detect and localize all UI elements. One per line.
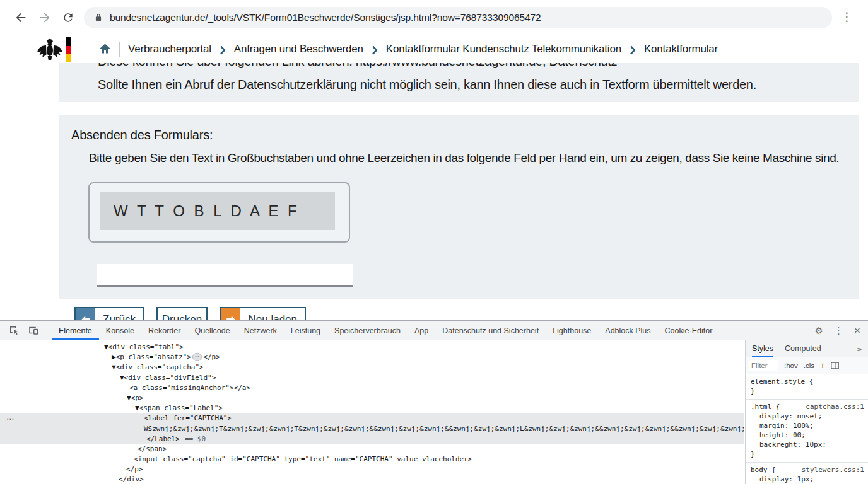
styles-panel: Styles Computed » :hov .cls + element.st… [745, 340, 868, 484]
tab-rekorder[interactable]: Rekorder [141, 321, 187, 340]
browser-menu-icon[interactable]: ⋮ [841, 9, 853, 23]
css-property[interactable]: margin: 100%; [751, 421, 864, 430]
address-bar[interactable] [84, 7, 832, 28]
dollar-zero-marker: == $0 [180, 435, 206, 443]
dom-node[interactable]: <input class="captcha" id="CAPTCHA" type… [0, 454, 744, 464]
dom-node[interactable]: </div> [0, 475, 744, 484]
clipped-notice-line: Diese können Sie über folgenden Link abr… [98, 63, 617, 69]
breadcrumb-item-kontaktformular[interactable]: Kontaktformular [644, 43, 718, 55]
dom-node[interactable]: </span> [0, 444, 744, 454]
tab-computed[interactable]: Computed [785, 340, 821, 357]
tab-speicherverbrauch[interactable]: Speicherverbrauch [327, 321, 408, 340]
print-button-label: Drucken [155, 308, 209, 320]
dom-node[interactable]: </p> [0, 464, 744, 475]
tab-quellcode[interactable]: Quellcode [187, 321, 237, 340]
captcha-input[interactable] [97, 264, 353, 287]
devtools-toolbar-right: ⚙ ⋮ × [815, 321, 860, 340]
css-rule-element-style: element.style { } [746, 374, 868, 400]
tab-styles[interactable]: Styles [752, 340, 773, 357]
federal-eagle-logo [36, 37, 64, 64]
more-tabs-icon[interactable]: » [857, 344, 862, 354]
elements-tree: ▼<div class="tabl"> ▶<p class="absatz">⋯… [0, 340, 744, 484]
dom-node-selected[interactable]: WSzwnj;&zwj;&zwnj;T&zwnj;&zwj;&zwnj;T&zw… [0, 424, 744, 434]
css-property[interactable]: display: 1px; [751, 475, 864, 484]
new-style-rule-icon[interactable]: + [820, 360, 825, 371]
gear-icon[interactable]: ⚙ [815, 325, 823, 337]
print-button[interactable]: Drucken [156, 307, 208, 320]
page-content: Diese können Sie über folgenden Link abr… [0, 63, 868, 320]
tab-konsole[interactable]: Konsole [99, 321, 141, 340]
dom-node[interactable]: ▼<span class="Label"> [0, 403, 744, 413]
inspect-element-icon[interactable] [8, 325, 20, 336]
browser-forward-button[interactable] [37, 10, 52, 25]
breadcrumb-item-verbraucherportal[interactable]: Verbraucherportal [128, 43, 211, 55]
browser-chrome: ⋮ [0, 0, 868, 35]
css-selector[interactable]: .html { [751, 403, 780, 411]
browser-back-button[interactable] [13, 10, 28, 25]
browser-reload-button[interactable] [61, 10, 76, 25]
dom-node[interactable]: ▼<div class="divField"> [0, 373, 744, 383]
chevron-right-icon [372, 44, 378, 55]
css-property[interactable]: backreght: 10px; [751, 440, 864, 449]
styles-filter-bar: :hov .cls + [746, 357, 868, 374]
devtools-body: ▼<div class="tabl"> ▶<p class="absatz">⋯… [0, 340, 868, 484]
forward-arrow-icon [38, 11, 52, 25]
privacy-notice-box: Diese können Sie über folgenden Link abr… [59, 63, 859, 102]
captcha-instruction: Bitte geben Sie den Text in Großbuchstab… [89, 151, 839, 165]
css-source-link[interactable]: stylewers.css:1 [802, 465, 864, 475]
header-separator [119, 42, 120, 57]
css-selector[interactable]: element.style { [751, 377, 813, 386]
css-property[interactable]: height: 00; [751, 430, 864, 440]
class-toggle[interactable]: .cls [804, 362, 814, 369]
css-property[interactable]: display: nnset; [751, 412, 864, 421]
device-toolbar-icon[interactable] [28, 325, 39, 336]
dom-node[interactable]: <a class="missingAnchor"></a> [0, 383, 744, 393]
breadcrumb-item-kontaktformular-kundenschutz[interactable]: Kontaktformular Kundenschutz Telekommuni… [386, 43, 621, 55]
tab-app[interactable]: App [408, 321, 435, 340]
dom-node-selected[interactable]: </Label>== $0 [0, 434, 744, 444]
dom-node-text: ▶<p class="absatz"> [112, 353, 191, 361]
tab-elemente[interactable]: Elemente [52, 321, 99, 340]
tab-cookie-editor[interactable]: Cookie-Editor [658, 321, 720, 340]
captcha-frame: W T T O B L D A E F [88, 182, 350, 243]
tab-leistung[interactable]: Leistung [284, 321, 327, 340]
tab-datenschutz-und-sicherheit[interactable]: Datenschutz und Sicherheit [435, 321, 546, 340]
breadcrumb-item-anfragen[interactable]: Anfragen und Beschwerden [234, 43, 363, 55]
tab-lighthouse[interactable]: Lighthouse [546, 321, 598, 340]
dom-node-text: </p> [203, 353, 220, 361]
collapsed-content-icon[interactable]: ⋯ [192, 353, 202, 361]
dom-node[interactable]: ▶<p class="absatz">⋯</p> [0, 352, 744, 362]
devtools-tabs: Elemente Konsole Rekorder Quellcode Netz… [52, 321, 719, 340]
dom-node-selected[interactable]: <label fer="CAPTCHA"> [0, 413, 744, 424]
gutter-more-icon[interactable]: ⋯ [6, 415, 14, 424]
dom-node[interactable]: ▼<p> [0, 393, 744, 403]
devtools-panel: Elemente Konsole Rekorder Quellcode Netz… [0, 320, 868, 484]
css-source-link[interactable]: captchaa.css:1 [806, 402, 864, 412]
reload-icon [62, 11, 74, 24]
reload-captcha-button[interactable]: Neu laden [220, 307, 306, 320]
tab-netzwerk[interactable]: Netzwerk [237, 321, 284, 340]
devtools-menu-icon[interactable]: ⋮ [834, 325, 843, 337]
pseudo-state-toggle[interactable]: :hov [784, 362, 798, 369]
back-button[interactable]: Zurück [74, 307, 144, 320]
dom-node[interactable]: ▼<div class="captcha"> [0, 362, 744, 372]
url-input[interactable] [110, 12, 822, 23]
back-button-label: Zurück [95, 308, 143, 320]
css-brace: } [751, 450, 755, 458]
arrow-right-icon [221, 308, 240, 320]
css-rules: element.style { } captchaa.css:1.html { … [746, 374, 868, 484]
chevron-right-icon [220, 44, 226, 55]
close-icon[interactable]: × [854, 325, 860, 337]
captcha-section: Absenden des Formulars: Bitte geben Sie … [59, 115, 859, 299]
css-rule-html: captchaa.css:1.html { display: nnset; ma… [746, 400, 868, 463]
captcha-image: W T T O B L D A E F [100, 192, 335, 230]
devtools-toolbar: Elemente Konsole Rekorder Quellcode Netz… [0, 321, 868, 340]
site-header: Verbraucherportal Anfragen und Beschwerd… [0, 35, 868, 63]
styles-filter-input[interactable] [749, 360, 778, 371]
css-selector[interactable]: body { [751, 466, 776, 474]
tab-adblock-plus[interactable]: Adblock Plus [598, 321, 657, 340]
dom-node[interactable]: ▼<div class="tabl"> [0, 342, 744, 352]
privacy-notice-text: Sollte Ihnen ein Abruf der Datenschutzer… [98, 78, 756, 92]
computed-sidebar-icon[interactable] [831, 362, 839, 369]
home-icon[interactable] [98, 42, 112, 57]
